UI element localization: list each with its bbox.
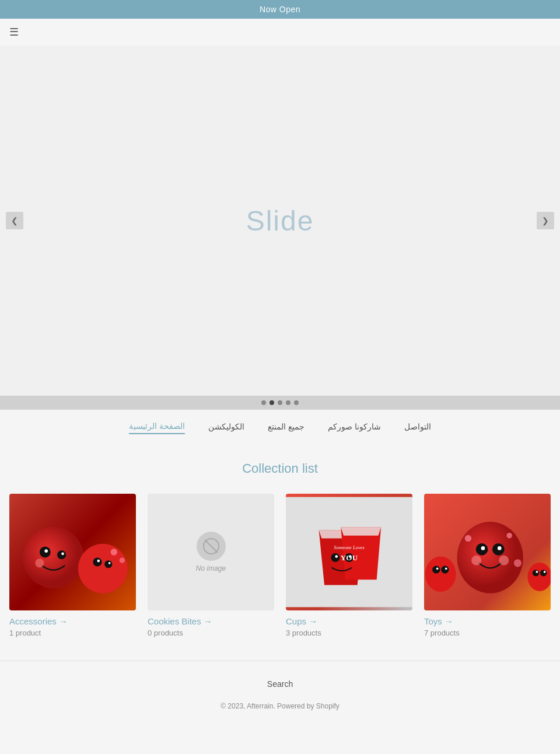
svg-text:YOU: YOU: [341, 553, 358, 562]
svg-point-26: [481, 546, 485, 550]
svg-point-8: [93, 557, 102, 566]
collection-image-accessories: [9, 494, 136, 610]
collection-card-accessories[interactable]: Accessories → 1 product: [9, 494, 136, 637]
header: ☰: [0, 19, 560, 46]
no-image-icon: [197, 532, 226, 561]
svg-point-1: [23, 528, 84, 588]
svg-point-4: [44, 549, 48, 553]
svg-point-27: [498, 546, 502, 550]
svg-point-5: [61, 552, 64, 555]
svg-point-10: [97, 560, 100, 563]
collection-count-cups: 3 products: [286, 629, 412, 637]
footer: Search © 2023, Afterrain. Powered by Sho…: [0, 661, 560, 722]
svg-text:Someone Loves: Someone Loves: [334, 544, 365, 550]
svg-point-42: [544, 571, 546, 573]
slide-prev-button[interactable]: ❮: [6, 212, 23, 229]
svg-point-37: [445, 567, 447, 570]
svg-point-29: [499, 556, 509, 566]
svg-point-30: [465, 535, 471, 542]
banner-text: Now Open: [260, 5, 300, 14]
svg-point-23: [457, 522, 523, 594]
slide-dot-2[interactable]: [270, 400, 274, 405]
svg-point-3: [57, 550, 66, 559]
svg-point-12: [111, 549, 117, 555]
svg-point-28: [471, 556, 481, 566]
svg-line-15: [205, 540, 218, 553]
collection-card-cookies[interactable]: No image Cookies Bites → 0 products: [148, 494, 274, 637]
svg-point-6: [35, 558, 44, 567]
collection-image-toys: [424, 494, 551, 610]
svg-point-32: [514, 559, 522, 567]
top-banner: Now Open: [0, 0, 560, 19]
collection-section-title: Collection list: [0, 461, 560, 476]
svg-point-13: [120, 557, 125, 563]
collection-count-cookies: 0 products: [148, 629, 274, 637]
svg-point-36: [436, 567, 439, 570]
collection-count-toys: 7 products: [424, 629, 551, 637]
collection-image-cookies: No image: [148, 494, 274, 610]
svg-point-34: [432, 566, 440, 574]
nav-item-collection[interactable]: الكوليكشن: [208, 420, 244, 434]
svg-point-41: [536, 571, 538, 573]
svg-point-33: [425, 557, 456, 592]
svg-point-9: [104, 560, 112, 568]
slide-dot-1[interactable]: [261, 400, 266, 405]
menu-icon[interactable]: ☰: [9, 26, 19, 39]
slide-dot-4[interactable]: [286, 400, 290, 405]
footer-search-link[interactable]: Search: [267, 679, 293, 689]
svg-point-7: [78, 544, 128, 594]
nav-item-products[interactable]: جميع المنتع: [268, 420, 304, 434]
slide-dot-3[interactable]: [278, 400, 282, 405]
collection-grid: Accessories → 1 product No image Cookies…: [0, 488, 560, 661]
svg-point-19: [335, 555, 338, 558]
collection-card-toys[interactable]: Toys → 7 products: [424, 494, 551, 637]
collection-name-accessories: Accessories →: [9, 616, 136, 626]
nav-item-home[interactable]: الصفحة الرئيسية: [129, 419, 185, 434]
main-navigation: الصفحة الرئيسية الكوليكشن جميع المنتع شا…: [0, 410, 560, 444]
collection-image-cups: Someone Loves YOU: [286, 494, 412, 610]
svg-point-31: [507, 533, 512, 538]
svg-point-40: [540, 570, 547, 576]
nav-item-contact[interactable]: التواصل: [404, 420, 431, 434]
collection-name-cups: Cups →: [286, 616, 412, 626]
footer-copyright: © 2023, Afterrain. Powered by Shopify: [220, 702, 340, 710]
slide-dots-container: [0, 396, 560, 410]
collection-name-toys: Toys →: [424, 616, 551, 626]
slideshow: ❮ Slide ❯: [0, 46, 560, 396]
slide-dot-5[interactable]: [294, 400, 299, 405]
svg-point-38: [527, 563, 551, 591]
collection-card-cups[interactable]: Someone Loves YOU Cups → 3 products: [286, 494, 412, 637]
svg-point-17: [331, 553, 340, 562]
slide-placeholder-text: Slide: [246, 205, 314, 237]
svg-point-39: [533, 570, 539, 576]
collection-name-cookies: Cookies Bites →: [148, 616, 274, 626]
collection-count-accessories: 1 product: [9, 629, 136, 637]
svg-point-11: [108, 562, 111, 564]
no-image-label: No image: [196, 564, 226, 573]
nav-item-share[interactable]: شاركونا صوركم: [328, 420, 381, 434]
svg-point-35: [441, 566, 449, 574]
slide-next-button[interactable]: ❯: [537, 212, 554, 229]
